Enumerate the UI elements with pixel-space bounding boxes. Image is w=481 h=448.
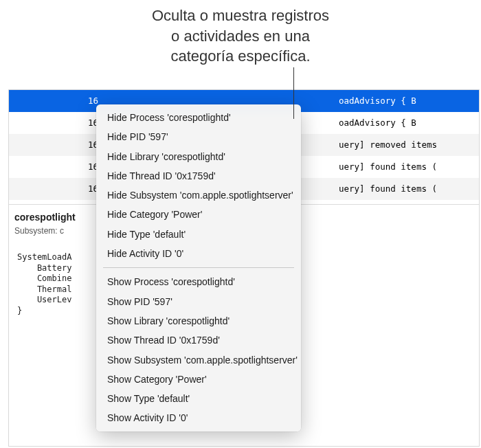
- callout-caption-wrap: Oculta o muestra registros o actividades…: [0, 0, 481, 67]
- ctx-hide-pid[interactable]: Hide PID '597': [96, 127, 301, 146]
- ctx-show-pid[interactable]: Show PID '597': [96, 292, 301, 311]
- row-timestamp: 16: [9, 161, 105, 172]
- ctx-show-process[interactable]: Show Process 'corespotlightd': [96, 272, 301, 291]
- ctx-hide-thread[interactable]: Hide Thread ID '0x1759d': [96, 166, 301, 186]
- ctx-show-type[interactable]: Show Type 'default': [96, 389, 301, 408]
- callout-line: [293, 67, 294, 119]
- ctx-show-library[interactable]: Show Library 'corespotlightd': [96, 311, 301, 331]
- ctx-hide-activity[interactable]: Hide Activity ID '0': [96, 244, 301, 263]
- ctx-hide-library[interactable]: Hide Library 'corespotlightd': [96, 147, 301, 166]
- detail-subsystem-value: c: [60, 226, 64, 236]
- ctx-hide-category[interactable]: Hide Category 'Power': [96, 205, 301, 224]
- row-timestamp: 16: [9, 96, 105, 106]
- ctx-show-activity[interactable]: Show Activity ID '0': [96, 408, 301, 427]
- row-timestamp: 16: [9, 117, 105, 128]
- ctx-show-category[interactable]: Show Category 'Power': [96, 370, 301, 389]
- ctx-separator: [103, 267, 294, 268]
- row-timestamp: 16: [9, 183, 105, 194]
- row-timestamp: 16: [9, 139, 105, 150]
- ctx-show-subsystem[interactable]: Show Subsystem 'com.apple.spotlightserve…: [96, 350, 301, 370]
- ctx-hide-subsystem[interactable]: Hide Subsystem 'com.apple.spotlightserve…: [96, 186, 301, 205]
- detail-subsystem-label: Subsystem:: [14, 226, 58, 236]
- ctx-hide-process[interactable]: Hide Process 'corespotlightd': [96, 108, 301, 127]
- context-menu[interactable]: Hide Process 'corespotlightd' Hide PID '…: [96, 104, 301, 432]
- ctx-show-thread[interactable]: Show Thread ID '0x1759d': [96, 331, 301, 350]
- ctx-hide-type[interactable]: Hide Type 'default': [96, 225, 301, 244]
- callout-caption: Oculta o muestra registros o actividades…: [152, 5, 329, 67]
